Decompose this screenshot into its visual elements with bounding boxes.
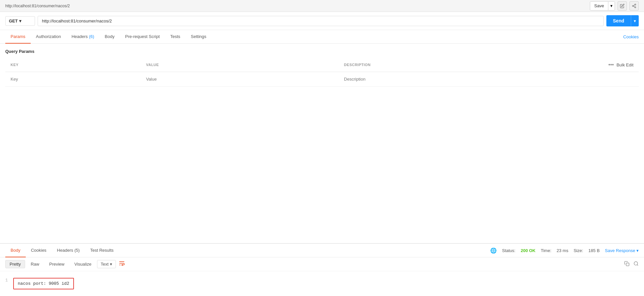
- svg-point-8: [634, 262, 638, 265]
- params-table-header: KEY VALUE DESCRIPTION ••• Bulk Edit: [5, 58, 639, 72]
- status-label: Status:: [502, 248, 515, 253]
- format-tab-preview[interactable]: Preview: [45, 260, 69, 268]
- response-tab-test-results[interactable]: Test Results: [85, 244, 119, 257]
- url-bar-section: GET ▾ Send ▾: [0, 12, 644, 30]
- key-cell: [5, 72, 141, 86]
- send-chevron-icon: ▾: [634, 18, 636, 23]
- value-column-header: VALUE: [141, 61, 339, 69]
- copy-icon[interactable]: [624, 261, 629, 268]
- svg-point-2: [635, 7, 636, 8]
- response-tab-headers[interactable]: Headers (5): [52, 244, 85, 257]
- response-line-1: 1 nacos port: 9005 id2: [5, 277, 639, 291]
- save-response-button[interactable]: Save Response ▾: [605, 248, 639, 253]
- query-params-section: Query Params KEY VALUE DESCRIPTION ••• B…: [0, 44, 644, 92]
- save-button[interactable]: Save: [590, 2, 608, 10]
- tab-body[interactable]: Body: [99, 30, 120, 44]
- status-value: 200 OK: [521, 248, 535, 253]
- top-bar: http://localhost:81/consumer/nacos/2 Sav…: [0, 0, 644, 12]
- time-label: Time:: [541, 248, 551, 253]
- svg-rect-7: [626, 263, 629, 266]
- tabs-list: Params Authorization Headers (6) Body Pr…: [5, 30, 212, 43]
- format-tab-visualize[interactable]: Visualize: [70, 260, 96, 268]
- description-column-header: DESCRIPTION: [339, 61, 599, 69]
- request-tabs: Params Authorization Headers (6) Body Pr…: [0, 30, 644, 44]
- tab-authorization[interactable]: Authorization: [31, 30, 66, 44]
- more-options-icon[interactable]: •••: [608, 62, 614, 68]
- response-highlighted-text: nacos port: 9005 id2: [13, 278, 74, 289]
- cookies-link[interactable]: Cookies: [623, 34, 639, 39]
- save-button-group: Save ▾: [590, 1, 615, 11]
- tab-pre-request-script[interactable]: Pre-request Script: [120, 30, 165, 44]
- text-format-dropdown[interactable]: Text ▾: [97, 260, 116, 268]
- response-content: 1 nacos port: 9005 id2: [0, 271, 644, 296]
- response-tab-cookies[interactable]: Cookies: [26, 244, 52, 257]
- app-container: http://localhost:81/consumer/nacos/2 Sav…: [0, 0, 644, 296]
- actions-column-header: ••• Bulk Edit: [599, 60, 639, 70]
- tab-settings[interactable]: Settings: [186, 30, 212, 44]
- text-format-chevron-icon: ▾: [110, 262, 112, 267]
- svg-point-1: [632, 5, 634, 7]
- bulk-edit-button[interactable]: Bulk Edit: [617, 62, 633, 67]
- svg-line-9: [637, 265, 638, 266]
- method-chevron-icon: ▾: [19, 18, 21, 23]
- response-status-bar: 🌐 Status: 200 OK Time: 23 ms Size: 185 B…: [490, 247, 639, 254]
- line-number-1: 1: [5, 278, 8, 283]
- response-tabs: Body Cookies Headers (5) Test Results: [5, 244, 119, 257]
- edit-icon[interactable]: [618, 1, 627, 11]
- wrap-lines-icon[interactable]: [119, 260, 125, 268]
- response-tab-body[interactable]: Body: [5, 244, 26, 257]
- format-tab-pretty[interactable]: Pretty: [5, 260, 25, 268]
- key-column-header: KEY: [5, 61, 141, 69]
- tab-params[interactable]: Params: [5, 30, 31, 44]
- value-input[interactable]: [146, 74, 333, 84]
- top-bar-url: http://localhost:81/consumer/nacos/2: [5, 4, 70, 8]
- size-label: Size:: [574, 248, 583, 253]
- chevron-down-icon: ▾: [610, 3, 613, 8]
- response-header: Body Cookies Headers (5) Test Results 🌐 …: [0, 244, 644, 257]
- method-label: GET: [9, 18, 18, 23]
- query-params-title: Query Params: [5, 49, 639, 54]
- save-dropdown-button[interactable]: ▾: [608, 2, 615, 10]
- globe-icon: 🌐: [490, 247, 497, 254]
- format-bar: Pretty Raw Preview Visualize Text ▾: [0, 257, 644, 271]
- size-value: 185 B: [589, 248, 600, 253]
- description-input[interactable]: [344, 74, 594, 84]
- table-row: [5, 72, 639, 87]
- top-bar-actions: Save ▾: [590, 1, 639, 11]
- send-button-group: Send ▾: [606, 15, 639, 26]
- send-dropdown-button[interactable]: ▾: [631, 15, 639, 26]
- key-input[interactable]: [11, 74, 135, 84]
- url-input[interactable]: [38, 16, 604, 26]
- value-cell: [141, 72, 339, 86]
- response-actions: [624, 261, 639, 268]
- search-icon[interactable]: [633, 261, 639, 268]
- share-icon[interactable]: [629, 1, 639, 11]
- tab-headers[interactable]: Headers (6): [66, 30, 100, 44]
- query-params-area: Query Params KEY VALUE DESCRIPTION ••• B…: [0, 44, 644, 243]
- method-selector[interactable]: GET ▾: [5, 16, 35, 26]
- row-actions: [599, 77, 639, 81]
- response-area: Body Cookies Headers (5) Test Results 🌐 …: [0, 243, 644, 296]
- svg-point-0: [635, 4, 636, 5]
- svg-line-3: [633, 6, 635, 7]
- send-button[interactable]: Send: [606, 15, 631, 26]
- svg-line-4: [633, 5, 635, 5]
- description-cell: [339, 72, 599, 86]
- format-tab-raw[interactable]: Raw: [26, 260, 44, 268]
- tab-tests[interactable]: Tests: [165, 30, 186, 44]
- time-value: 23 ms: [557, 248, 568, 253]
